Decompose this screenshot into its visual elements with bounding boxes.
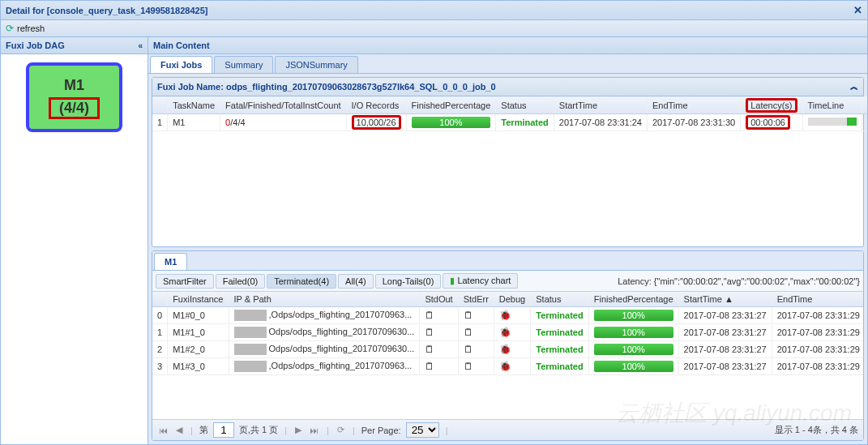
- latency-chart-button[interactable]: ▮ Latency chart: [443, 273, 518, 289]
- tab-m1[interactable]: M1: [154, 253, 187, 270]
- debug-icon[interactable]: 🐞: [499, 361, 511, 372]
- dag-node-m1[interactable]: M1 (4/4): [26, 62, 122, 132]
- filter-bar: SmartFilter Failed(0) Terminated(4) All(…: [152, 271, 863, 292]
- collapse-left-icon[interactable]: «: [138, 41, 143, 50]
- timeline-bar: [808, 118, 857, 126]
- perpage-select[interactable]: 25: [406, 422, 439, 438]
- main-content: Main Content Fuxi Jobs Summary JSONSumma…: [148, 37, 867, 444]
- main-header: Main Content: [148, 37, 867, 54]
- titlebar: Detail for [console_query_task_149958182…: [1, 1, 867, 20]
- debug-icon[interactable]: 🐞: [499, 310, 511, 321]
- window-title: Detail for [console_query_task_149958182…: [6, 6, 207, 15]
- collapse-job-icon[interactable]: ︽: [850, 81, 858, 92]
- detail-window: Detail for [console_query_task_149958182…: [0, 0, 868, 445]
- debug-icon[interactable]: 🐞: [499, 327, 511, 338]
- job-table: TaskName Fatal/Finished/TotalInstCount I…: [152, 96, 867, 131]
- sidebar-header: Fuxi Job DAG «: [1, 37, 148, 54]
- refresh-icon[interactable]: ⟳: [6, 23, 14, 34]
- table-row[interactable]: 1M1#1_0 Odps/odps_flighting_20170709630.…: [152, 324, 863, 341]
- tab-summary[interactable]: Summary: [214, 56, 273, 73]
- latency-value: 00:00:06: [746, 115, 790, 130]
- dag-node-count: (4/4): [49, 97, 100, 119]
- job-name: Fuxi Job Name: odps_flighting_2017070906…: [157, 82, 496, 92]
- dag-node-name: M1: [49, 77, 100, 94]
- table-row[interactable]: 1 M1 0/4/4 10,000/26 100% Terminated 201…: [152, 114, 867, 131]
- filter-terminated[interactable]: Terminated(4): [267, 274, 336, 289]
- stdout-icon[interactable]: 🗒: [425, 310, 434, 321]
- filter-longtails[interactable]: Long-Tails(0): [375, 274, 442, 289]
- reload-icon[interactable]: ⟳: [336, 425, 346, 435]
- main-tabs: Fuxi Jobs Summary JSONSummary: [148, 54, 867, 74]
- filter-failed[interactable]: Failed(0): [216, 274, 265, 289]
- latency-summary: Latency: {"min":"00:00:02","avg":"00:00:…: [618, 276, 860, 286]
- debug-icon[interactable]: 🐞: [499, 344, 511, 355]
- stderr-icon[interactable]: 🗒: [464, 310, 473, 321]
- next-page-icon[interactable]: ▶: [293, 425, 303, 435]
- svg-rect-1: [867, 118, 868, 121]
- toolbar: ⟳ refresh: [1, 20, 867, 37]
- stdout-icon[interactable]: 🗒: [425, 327, 434, 338]
- instance-panel: M1 SmartFilter Failed(0) Terminated(4) A…: [152, 250, 864, 441]
- tab-fuxi-jobs[interactable]: Fuxi Jobs: [150, 56, 212, 73]
- stderr-icon[interactable]: 🗒: [464, 327, 473, 338]
- close-icon[interactable]: ✕: [853, 4, 862, 16]
- filter-all[interactable]: All(4): [338, 274, 374, 289]
- page-input[interactable]: [213, 422, 234, 438]
- stderr-icon[interactable]: 🗒: [464, 344, 473, 355]
- first-page-icon[interactable]: ⏮: [157, 426, 169, 435]
- job-panel: Fuxi Job Name: odps_flighting_2017070906…: [152, 77, 864, 247]
- instance-table: FuxiInstanceIP & PathStdOutStdErrDebugSt…: [152, 292, 863, 375]
- view-icon[interactable]: [867, 118, 868, 127]
- filter-smart[interactable]: SmartFilter: [156, 274, 214, 289]
- stderr-icon[interactable]: 🗒: [464, 361, 473, 372]
- last-page-icon[interactable]: ⏭: [308, 426, 320, 435]
- tab-json-summary[interactable]: JSONSummary: [275, 56, 357, 73]
- io-records: 10,000/26: [352, 115, 401, 130]
- pager: ⏮ ◀ | 第 页,共 1 页 | ▶ ⏭ | ⟳ | Per Page: 25: [152, 419, 863, 440]
- table-row[interactable]: 0M1#0_0 ,Odps/odps_flighting_2017070963.…: [152, 307, 863, 324]
- stdout-icon[interactable]: 🗒: [425, 344, 434, 355]
- latency-header[interactable]: Latency(s): [746, 98, 797, 113]
- table-row[interactable]: 2M1#2_0 Odps/odps_flighting_20170709630.…: [152, 341, 863, 358]
- sidebar: Fuxi Job DAG « M1 (4/4): [1, 37, 148, 444]
- stdout-icon[interactable]: 🗒: [425, 361, 434, 372]
- refresh-label[interactable]: refresh: [17, 24, 45, 33]
- table-row[interactable]: 3M1#3_0 ,Odps/odps_flighting_2017070963.…: [152, 358, 863, 375]
- prev-page-icon[interactable]: ◀: [174, 425, 184, 435]
- pager-summary: 显示 1 - 4条，共 4 条: [775, 424, 858, 436]
